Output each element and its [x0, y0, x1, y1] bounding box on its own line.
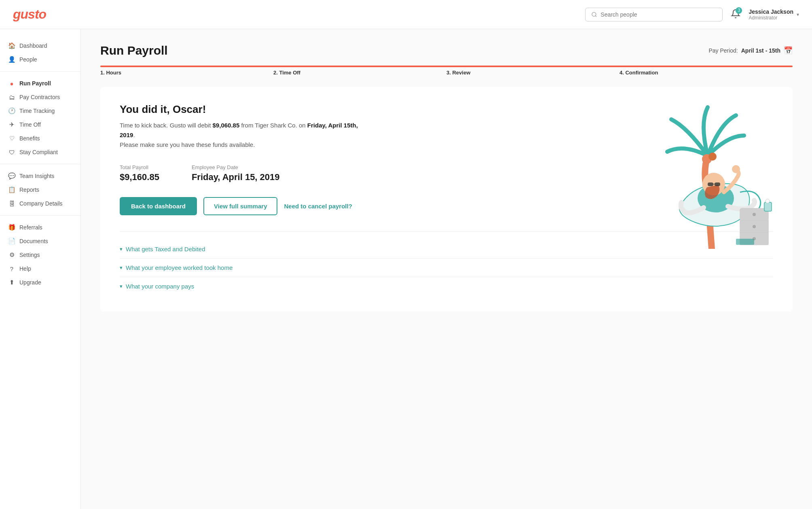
search-icon [591, 11, 597, 18]
chevron-down-icon: ▾ [120, 283, 123, 289]
svg-point-3 [708, 153, 717, 161]
user-details: Jessica Jackson Administrator [749, 8, 793, 21]
sidebar-item-label: People [19, 56, 37, 63]
accordion-label-3: What your company pays [126, 283, 194, 290]
sidebar-item-label: Dashboard [19, 42, 47, 49]
sidebar-group-4: 🎁 Referrals 📄 Documents ⚙ Settings ? Hel… [0, 221, 80, 289]
sidebar-group-3: 💬 Team Insights 📋 Reports 🗄 Company Deta… [0, 169, 80, 210]
pay-period-value: April 1st - 15th [741, 47, 780, 54]
sidebar-item-people[interactable]: 👤 People [0, 53, 80, 66]
success-body-3: . [133, 131, 135, 138]
main-content: Run Payroll Pay Period: April 1st - 15th… [81, 29, 812, 509]
chevron-down-icon: ▾ [797, 12, 799, 17]
bell-button[interactable]: 3 [731, 9, 740, 20]
progress-bar-container: 1. Hours 2. Time Off 3. Review 4. Confir… [100, 66, 793, 76]
help-icon: ? [8, 265, 15, 272]
accordion-item-company-pays[interactable]: ▾ What your company pays [120, 277, 773, 295]
layout: 🏠 Dashboard 👤 People ● Run Payroll 🗂 Pay… [0, 0, 812, 509]
sidebar-item-label: Upgrade [19, 279, 41, 286]
svg-rect-19 [736, 239, 754, 245]
sidebar-item-reports[interactable]: 📋 Reports [0, 183, 80, 197]
sidebar-item-label: Time Off [19, 121, 41, 128]
sidebar-item-label: Help [19, 265, 31, 272]
svg-rect-17 [764, 202, 772, 211]
svg-point-0 [592, 12, 596, 16]
sidebar-item-run-payroll[interactable]: ● Run Payroll [0, 76, 80, 90]
clock-icon: 🕐 [8, 107, 15, 115]
svg-line-1 [596, 15, 597, 17]
sidebar-divider-3 [0, 215, 80, 216]
shield-icon: 🛡 [8, 148, 15, 156]
chevron-down-icon: ▾ [120, 246, 123, 252]
sidebar-item-label: Referrals [19, 224, 42, 231]
sidebar-item-documents[interactable]: 📄 Documents [0, 234, 80, 248]
heart-icon: ♡ [8, 135, 15, 142]
notification-badge: 3 [736, 7, 742, 14]
user-name: Jessica Jackson [749, 8, 793, 15]
sidebar-item-help[interactable]: ? Help [0, 262, 80, 276]
sidebar-group-2: ● Run Payroll 🗂 Pay Contractors 🕐 Time T… [0, 76, 80, 159]
success-body: Time to kick back. Gusto will debit $9,0… [120, 121, 370, 150]
search-bar[interactable] [585, 8, 723, 21]
sidebar-item-benefits[interactable]: ♡ Benefits [0, 131, 80, 145]
sidebar-item-referrals[interactable]: 🎁 Referrals [0, 221, 80, 234]
total-payroll-section: Total Payroll $9,160.85 [120, 164, 159, 182]
search-input[interactable] [601, 11, 717, 18]
gift-icon: 🎁 [8, 224, 15, 231]
pay-date-value: Friday, April 15, 2019 [192, 172, 280, 182]
home-icon: 🏠 [8, 42, 15, 49]
total-payroll-label: Total Payroll [120, 164, 159, 170]
sidebar-item-company-details[interactable]: 🗄 Company Details [0, 197, 80, 210]
sidebar-group-1: 🏠 Dashboard 👤 People [0, 39, 80, 66]
pay-date-section: Employee Pay Date Friday, April 15, 2019 [192, 164, 280, 182]
progress-track [100, 66, 793, 67]
accordion-label-2: What your employee worked took home [126, 264, 233, 271]
sidebar-divider-1 [0, 71, 80, 72]
calendar-icon[interactable]: 📅 [784, 46, 793, 55]
sidebar-item-team-insights[interactable]: 💬 Team Insights [0, 169, 80, 183]
sidebar-item-stay-compliant[interactable]: 🛡 Stay Compliant [0, 145, 80, 159]
sidebar-item-time-off[interactable]: ✈ Time Off [0, 118, 80, 131]
page-title: Run Payroll [100, 44, 168, 57]
page-header: Run Payroll Pay Period: April 1st - 15th… [100, 44, 793, 57]
logo[interactable]: gusto [13, 7, 46, 22]
success-body-4: Please make sure you have these funds av… [120, 141, 255, 148]
step-label-4: 4. Confirmation [620, 70, 793, 76]
chevron-down-icon: ▾ [120, 265, 123, 271]
pay-date-label: Employee Pay Date [192, 164, 280, 170]
svg-point-15 [753, 225, 756, 228]
user-role: Administrator [749, 15, 793, 21]
plane-icon: ✈ [8, 121, 15, 128]
user-menu[interactable]: Jessica Jackson Administrator ▾ [749, 8, 799, 21]
success-body-2: from Tiger Shark Co. on [239, 122, 307, 129]
header: gusto 3 Jessica Jackson Administrator ▾ [0, 0, 812, 29]
success-body-1: Time to kick back. Gusto will debit [120, 122, 213, 129]
sidebar-item-label: Pay Contractors [19, 94, 60, 100]
step-label-1: 1. Hours [100, 70, 273, 76]
payroll-icon: ● [8, 80, 15, 87]
header-right: 3 Jessica Jackson Administrator ▾ [585, 8, 799, 21]
sidebar-item-label: Stay Compliant [19, 149, 58, 155]
sidebar-item-label: Documents [19, 238, 48, 244]
back-to-dashboard-button[interactable]: Back to dashboard [120, 197, 197, 215]
document-icon: 📄 [8, 238, 15, 245]
sidebar-item-label: Reports [19, 187, 39, 193]
accordion-label-1: What gets Taxed and Debited [126, 246, 205, 252]
chat-icon: 💬 [8, 172, 15, 180]
progress-labels: 1. Hours 2. Time Off 3. Review 4. Confir… [100, 70, 793, 76]
svg-rect-7 [715, 182, 720, 186]
person-icon: 👤 [8, 56, 15, 63]
sidebar-item-label: Run Payroll [19, 80, 51, 87]
cancel-payroll-button[interactable]: Need to cancel payroll? [284, 203, 352, 210]
sidebar-item-settings[interactable]: ⚙ Settings [0, 248, 80, 262]
sidebar-item-pay-contractors[interactable]: 🗂 Pay Contractors [0, 90, 80, 104]
accordion-item-takehome[interactable]: ▾ What your employee worked took home [120, 259, 773, 277]
sidebar-item-upgrade[interactable]: ⬆ Upgrade [0, 276, 80, 289]
step-label-2: 2. Time Off [273, 70, 446, 76]
sidebar-item-label: Benefits [19, 135, 40, 142]
sidebar-item-time-tracking[interactable]: 🕐 Time Tracking [0, 104, 80, 118]
sidebar-item-dashboard[interactable]: 🏠 Dashboard [0, 39, 80, 53]
reports-icon: 📋 [8, 186, 15, 193]
illustration [647, 95, 776, 249]
view-full-summary-button[interactable]: View full summary [203, 197, 277, 215]
